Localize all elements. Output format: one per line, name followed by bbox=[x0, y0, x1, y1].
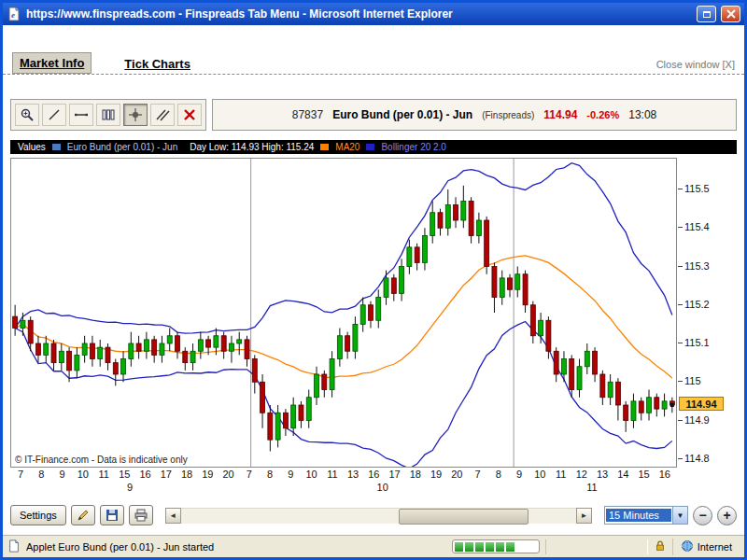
status-bar: Applet Euro Bund (per 0.01) - Jun starte… bbox=[3, 535, 744, 557]
legend-day-range: Day Low: 114.93 High: 115.24 bbox=[190, 142, 314, 152]
columns-icon bbox=[101, 107, 116, 122]
legend-ma-label: MA20 bbox=[335, 142, 359, 152]
hour-label: 9 bbox=[282, 469, 299, 480]
quote-time: 13:08 bbox=[628, 108, 656, 121]
close-window-link[interactable]: Close window [X] bbox=[656, 59, 735, 74]
progress-segment bbox=[506, 542, 514, 552]
progress-segment bbox=[465, 542, 473, 552]
tab-strip: Market Info Tick Charts Close window [X] bbox=[3, 25, 744, 75]
pencil-icon bbox=[76, 508, 91, 523]
globe-icon bbox=[681, 539, 694, 554]
instrument-name: Euro Bund (per 0.01) - Jun bbox=[332, 108, 472, 121]
price-axis-label: 115 bbox=[684, 375, 701, 386]
close-button[interactable] bbox=[721, 6, 740, 22]
close-icon bbox=[726, 9, 736, 19]
scrollbar-track[interactable] bbox=[181, 508, 576, 524]
quote-source: (Finspreads) bbox=[482, 110, 534, 120]
printer-icon bbox=[134, 508, 148, 523]
price-axis-label: 115.1 bbox=[684, 337, 710, 348]
progress-segment bbox=[455, 542, 463, 552]
time-axis: 7891011151617181920789101113161718192078… bbox=[10, 468, 679, 496]
horizontal-line-tool-button[interactable] bbox=[69, 104, 93, 126]
hour-label: 14 bbox=[614, 469, 631, 480]
applet-page-icon bbox=[7, 539, 21, 554]
trendline-tool-button[interactable] bbox=[42, 104, 66, 126]
day-label: 11 bbox=[584, 482, 600, 493]
legend-series-name: Euro Bund (per 0.01) - Jun bbox=[67, 142, 177, 152]
indicator-panel-tool-button[interactable] bbox=[96, 104, 120, 126]
hour-label: 11 bbox=[553, 469, 570, 480]
price-axis-label: 115.2 bbox=[684, 299, 710, 310]
zoom-in-button[interactable]: + bbox=[717, 506, 737, 525]
chart-copyright: © IT-Finance.com - Data is indicative on… bbox=[15, 455, 188, 465]
hour-label: 9 bbox=[511, 469, 528, 480]
save-button[interactable] bbox=[100, 505, 124, 525]
crosshair-icon bbox=[128, 107, 143, 122]
delete-drawing-tool-button[interactable] bbox=[177, 104, 202, 126]
chart-legend: Values Euro Bund (per 0.01) - Jun Day Lo… bbox=[10, 140, 737, 154]
chart-area: © IT-Finance.com - Data is indicative on… bbox=[10, 158, 744, 468]
current-price-tag: 114.94 bbox=[679, 397, 724, 411]
hour-label: 18 bbox=[178, 469, 195, 480]
hour-label: 11 bbox=[324, 469, 341, 480]
last-price: 114.94 bbox=[543, 108, 577, 121]
bottom-toolbar: Settings ◄ ► 15 Minutes ▼ − + bbox=[10, 503, 737, 527]
hour-label: 10 bbox=[303, 469, 320, 480]
settings-button[interactable]: Settings bbox=[10, 505, 66, 525]
price-axis-label: 114.8 bbox=[684, 453, 710, 464]
red-x-icon bbox=[182, 107, 197, 122]
candlestick-chart[interactable]: © IT-Finance.com - Data is indicative on… bbox=[10, 158, 677, 468]
ma-swatch bbox=[320, 144, 329, 150]
day-label: 9 bbox=[121, 482, 138, 493]
window-title: https://www.finspreads.com - Finspreads … bbox=[26, 7, 692, 21]
restore-button[interactable] bbox=[697, 6, 716, 22]
quote-bar: 87837 Euro Bund (per 0.01) - Jun (Finspr… bbox=[212, 99, 737, 131]
progress-segment bbox=[475, 542, 484, 552]
chevron-down-icon[interactable]: ▼ bbox=[672, 507, 687, 524]
day-label: 10 bbox=[374, 482, 391, 493]
tab-market-info[interactable]: Market Info bbox=[12, 52, 92, 74]
zone-label: Internet bbox=[698, 541, 732, 553]
hour-label: 16 bbox=[656, 469, 673, 480]
price-axis: 115.5115.4115.3115.2115.1115114.9114.811… bbox=[677, 158, 742, 468]
legend-values-label: Values bbox=[18, 142, 46, 152]
hour-labels-row: 7891011151617181920789101113161718192078… bbox=[10, 468, 679, 481]
print-button[interactable] bbox=[129, 505, 153, 525]
hour-label: 10 bbox=[531, 469, 548, 480]
scroll-left-button[interactable]: ◄ bbox=[165, 508, 181, 524]
status-panel-spacer bbox=[545, 539, 648, 554]
hour-label: 15 bbox=[636, 469, 653, 480]
hour-label: 15 bbox=[116, 469, 133, 480]
svg-text:e: e bbox=[11, 10, 15, 20]
status-message: Applet Euro Bund (per 0.01) - Jun starte… bbox=[26, 541, 446, 553]
hour-label: 20 bbox=[220, 469, 237, 480]
hour-label: 7 bbox=[470, 469, 486, 480]
hour-label: 19 bbox=[199, 469, 216, 480]
interval-dropdown[interactable]: 15 Minutes ▼ bbox=[604, 506, 688, 525]
hour-label: 11 bbox=[95, 469, 112, 480]
zoom-tool-button[interactable] bbox=[15, 104, 39, 126]
hour-label: 18 bbox=[407, 469, 424, 480]
crosshair-tool-button[interactable] bbox=[123, 104, 148, 126]
scroll-right-button[interactable]: ► bbox=[576, 508, 592, 524]
parallel-lines-tool-button[interactable] bbox=[150, 104, 175, 126]
price-axis-label: 115.5 bbox=[684, 183, 710, 194]
draw-button[interactable] bbox=[71, 505, 95, 525]
scrollbar-thumb[interactable] bbox=[399, 509, 529, 525]
hour-label: 16 bbox=[365, 469, 382, 480]
price-axis-label: 115.4 bbox=[684, 221, 710, 232]
browser-window: e https://www.finspreads.com - Finspread… bbox=[0, 0, 747, 560]
hour-label: 17 bbox=[387, 469, 403, 480]
restore-icon bbox=[703, 11, 711, 18]
progress-segment bbox=[496, 542, 504, 552]
progress-bar bbox=[452, 539, 540, 553]
magnifier-plus-icon bbox=[20, 107, 35, 122]
hour-label: 12 bbox=[573, 469, 590, 480]
hour-label: 8 bbox=[261, 469, 278, 480]
price-axis-label: 114.9 bbox=[684, 414, 710, 426]
tab-tick-charts[interactable]: Tick Charts bbox=[118, 54, 197, 74]
security-zone-panel: Internet bbox=[672, 539, 740, 555]
hour-label: 9 bbox=[54, 469, 71, 480]
bollinger-swatch bbox=[366, 144, 374, 150]
zoom-out-button[interactable]: − bbox=[693, 506, 712, 525]
